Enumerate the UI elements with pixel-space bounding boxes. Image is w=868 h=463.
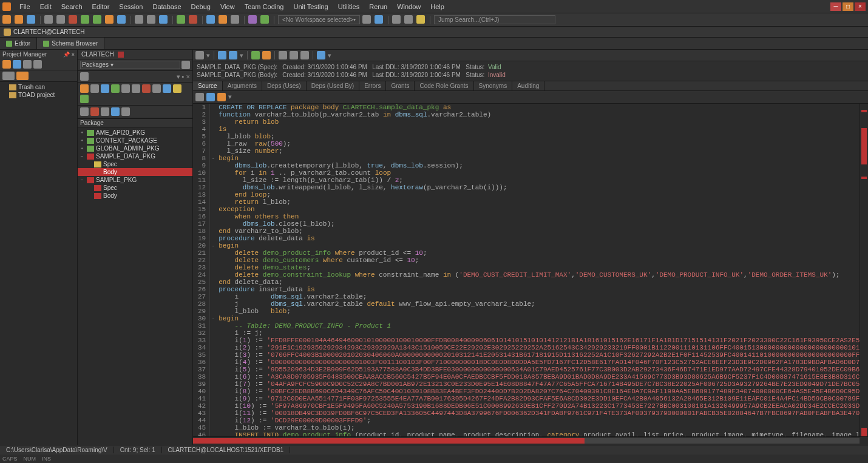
package-tree[interactable]: +AME_API20_PKG+CONTEXT_PACKAGE+GLOBAL_AD… (78, 127, 192, 445)
maximize-button[interactable]: □ (843, 2, 853, 11)
editor-tab-grants[interactable]: Grants (386, 81, 415, 90)
tree-node[interactable]: Trash can (0, 83, 77, 91)
toolbar-icon[interactable] (121, 107, 130, 116)
dropdown-icon[interactable] (181, 61, 190, 69)
toolbar-icon[interactable] (105, 15, 114, 24)
toolbar-icon[interactable] (152, 84, 161, 93)
toolbar-icon[interactable] (163, 84, 171, 93)
toolbar-icon[interactable] (260, 15, 269, 24)
new-icon[interactable] (2, 15, 11, 24)
package-node[interactable]: +CONTEXT_PACKAGE (78, 137, 192, 144)
toolbar-icon[interactable] (362, 15, 371, 24)
toolbar-icon[interactable] (231, 15, 239, 24)
toolbar-icon[interactable] (195, 93, 204, 101)
toolbar-icon[interactable] (317, 51, 325, 59)
toolbar-icon[interactable] (219, 15, 227, 24)
menu-edit[interactable]: Edit (35, 2, 56, 12)
vertical-scrollbar[interactable] (860, 104, 868, 436)
object-type-combo[interactable]: Packages ▾ (78, 59, 192, 71)
workspace-combo[interactable]: <No Workspace selected> ▾ (278, 15, 360, 24)
toolbar-icon[interactable] (404, 15, 413, 24)
toolbar-icon[interactable] (279, 51, 287, 59)
filter-icon[interactable] (290, 51, 298, 59)
toolbar-icon[interactable] (80, 95, 89, 103)
pin-icon[interactable]: 📌 × (63, 52, 75, 58)
menu-view[interactable]: View (215, 2, 240, 12)
toolbar-icon[interactable] (44, 15, 53, 24)
folder-icon[interactable] (2, 60, 11, 69)
toolbar-icon[interactable] (142, 84, 151, 93)
toolbar-icon[interactable] (80, 107, 89, 116)
menu-window[interactable]: Window (392, 2, 426, 12)
editor-tab-synonyms[interactable]: Synonyms (474, 81, 513, 90)
package-child-node[interactable]: Body (78, 192, 192, 200)
toolbar-icon[interactable] (375, 15, 383, 24)
toolbar-icon[interactable] (101, 84, 109, 93)
toolbar-icon[interactable] (80, 72, 89, 81)
editor-tab-auditing[interactable]: Auditing (512, 81, 544, 90)
package-child-node[interactable]: Spec (78, 160, 192, 168)
toolbar-icon[interactable] (101, 107, 109, 116)
toolbar-icon[interactable] (13, 60, 21, 69)
sort-icon[interactable] (300, 51, 309, 59)
toolbar-icon[interactable] (90, 84, 99, 93)
execute-icon[interactable] (81, 15, 89, 24)
menu-unit-testing[interactable]: Unit Testing (288, 2, 333, 12)
package-node[interactable]: +AME_API20_PKG (78, 129, 192, 137)
toolbar-icon[interactable] (195, 51, 204, 59)
toolbar-icon[interactable] (16, 72, 29, 80)
rollback-icon[interactable] (189, 15, 197, 24)
menu-help[interactable]: Help (426, 2, 449, 12)
project-tree[interactable]: Trash canTOAD project (0, 82, 77, 445)
code-editor[interactable]: 1234567891011121314151617181920212223242… (193, 104, 868, 436)
fold-column[interactable]: --- (210, 104, 216, 436)
tree-node[interactable]: TOAD project (0, 91, 77, 99)
package-node[interactable]: −SAMPLE_PKG (78, 176, 192, 184)
toolbar-icon[interactable] (132, 84, 140, 93)
editor-tab-code-role-grants[interactable]: Code Role Grants (415, 81, 473, 90)
toolbar-icon[interactable] (121, 84, 130, 93)
toolbar-icon[interactable] (2, 72, 15, 80)
menu-rerun[interactable]: Rerun (364, 2, 392, 12)
toolbar-icon[interactable] (217, 93, 226, 101)
jump-search-input[interactable]: Jump Search...(Ctrl+J) (434, 15, 555, 24)
toolbar-icon[interactable] (80, 84, 89, 93)
commit-icon[interactable] (177, 15, 185, 24)
toolbar-icon[interactable] (392, 15, 401, 24)
menu-search[interactable]: Search (56, 2, 87, 12)
minimize-button[interactable]: ─ (830, 2, 841, 11)
close-icon[interactable] (118, 52, 124, 58)
toolbar-icon[interactable] (206, 93, 215, 101)
menu-file[interactable]: File (15, 2, 35, 12)
toolbar-icon[interactable] (135, 15, 143, 24)
schema-tab[interactable]: CLARTECH (78, 50, 192, 59)
editor-tab-source[interactable]: Source (193, 81, 223, 90)
package-node[interactable]: +GLOBAL_ADMIN_PKG (78, 144, 192, 152)
toolbar-icon[interactable] (117, 15, 126, 24)
menu-database[interactable]: Database (147, 2, 186, 12)
editor-tab-arguments[interactable]: Arguments (223, 81, 262, 90)
doc-tab-editor[interactable]: Editor (0, 38, 37, 49)
doc-tab-schema-browser[interactable]: Schema Browser (37, 38, 104, 49)
toolbar-icon[interactable] (262, 51, 271, 59)
package-child-node[interactable]: Spec (78, 184, 192, 192)
nav-back-icon[interactable] (218, 51, 226, 59)
horizontal-scrollbar[interactable] (193, 436, 868, 445)
toolbar-icon[interactable] (111, 84, 120, 93)
editor-tab-deps-uses-[interactable]: Deps (Uses) (262, 81, 307, 90)
toolbar-icon[interactable] (159, 15, 168, 24)
nav-forward-icon[interactable] (229, 51, 237, 59)
toolbar-icon[interactable] (248, 15, 257, 24)
toolbar-icon[interactable] (251, 51, 260, 59)
package-child-node[interactable]: Body (78, 168, 192, 176)
toolbar-icon[interactable] (69, 15, 77, 24)
menu-editor[interactable]: Editor (87, 2, 115, 12)
toolbar-icon[interactable] (90, 107, 99, 116)
toolbar-icon[interactable] (111, 107, 120, 116)
menu-utilities[interactable]: Utilities (333, 2, 364, 12)
toolbar-icon[interactable] (33, 60, 42, 69)
toolbar-icon[interactable] (93, 15, 101, 24)
toolbar-icon[interactable] (56, 15, 65, 24)
editor-tab-deps-used-by-[interactable]: Deps (Used By) (307, 81, 360, 90)
package-node[interactable]: −SAMPLE_DATA_PKG (78, 152, 192, 160)
